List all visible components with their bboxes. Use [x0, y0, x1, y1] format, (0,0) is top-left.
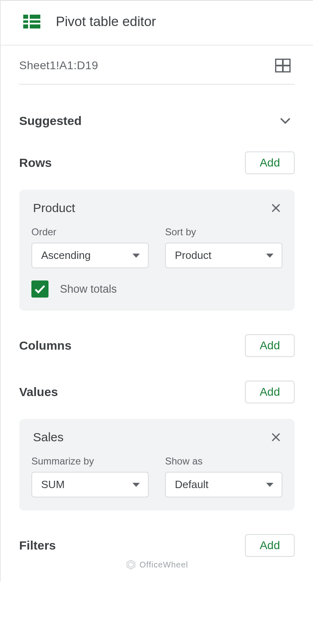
add-rows-button[interactable]: Add	[245, 151, 295, 174]
svg-rect-3	[28, 15, 30, 28]
svg-rect-2	[23, 23, 40, 24]
dropdown-triangle-icon	[132, 483, 140, 487]
svg-marker-11	[127, 560, 135, 569]
data-range-row: Sheet1!A1:D19	[19, 59, 295, 85]
panel-title: Pivot table editor	[56, 14, 156, 29]
dropdown-triangle-icon	[266, 483, 273, 487]
show-totals-checkbox[interactable]	[31, 280, 48, 298]
checkmark-icon	[34, 285, 46, 294]
order-select[interactable]: Ascending	[31, 243, 149, 268]
svg-marker-12	[128, 562, 133, 567]
show-totals-row[interactable]: Show totals	[31, 280, 282, 298]
values-section: Values Add Sales Summarize by SUM	[19, 357, 295, 510]
add-filters-button[interactable]: Add	[245, 534, 295, 557]
pivot-table-editor-panel: Pivot table editor Sheet1!A1:D19 Suggest…	[0, 0, 313, 581]
rows-item-card: Product Order Ascending Sort by	[19, 190, 295, 311]
showas-value: Default	[175, 478, 208, 491]
sortby-select[interactable]: Product	[165, 243, 282, 268]
panel-header: Pivot table editor	[1, 1, 313, 46]
columns-section: Columns Add	[19, 311, 295, 357]
pivot-table-icon	[23, 15, 40, 28]
close-icon[interactable]	[271, 432, 281, 442]
order-value: Ascending	[41, 249, 90, 262]
watermark-text: OfficeWheel	[139, 560, 188, 570]
rows-label: Rows	[19, 156, 52, 170]
rows-section: Rows Add Product Order Ascending	[19, 128, 295, 311]
watermark: OfficeWheel	[126, 559, 188, 570]
filters-section: Filters Add	[19, 510, 295, 561]
showas-label: Show as	[165, 456, 282, 467]
filters-label: Filters	[19, 539, 56, 552]
watermark-icon	[126, 559, 136, 570]
show-totals-label: Show totals	[60, 283, 117, 296]
showas-select[interactable]: Default	[165, 472, 282, 497]
select-range-icon[interactable]	[275, 59, 291, 72]
chevron-down-icon	[280, 118, 291, 124]
summarize-select[interactable]: SUM	[31, 472, 149, 497]
add-columns-button[interactable]: Add	[245, 334, 295, 357]
sortby-value: Product	[175, 249, 212, 262]
values-item-card: Sales Summarize by SUM Show as	[19, 419, 295, 510]
add-values-button[interactable]: Add	[245, 381, 295, 403]
suggested-section[interactable]: Suggested	[19, 85, 295, 128]
close-icon[interactable]	[271, 203, 281, 213]
suggested-label: Suggested	[19, 114, 82, 128]
columns-label: Columns	[19, 339, 71, 353]
svg-rect-1	[23, 19, 40, 20]
data-range-text: Sheet1!A1:D19	[19, 59, 98, 72]
sortby-label: Sort by	[165, 226, 282, 238]
summarize-label: Summarize by	[31, 456, 149, 467]
order-label: Order	[31, 226, 149, 238]
dropdown-triangle-icon	[266, 254, 273, 258]
svg-rect-0	[23, 15, 40, 28]
summarize-value: SUM	[41, 478, 65, 491]
dropdown-triangle-icon	[132, 254, 140, 258]
rows-item-name: Product	[33, 201, 75, 215]
values-label: Values	[19, 385, 58, 399]
values-item-name: Sales	[33, 430, 64, 444]
